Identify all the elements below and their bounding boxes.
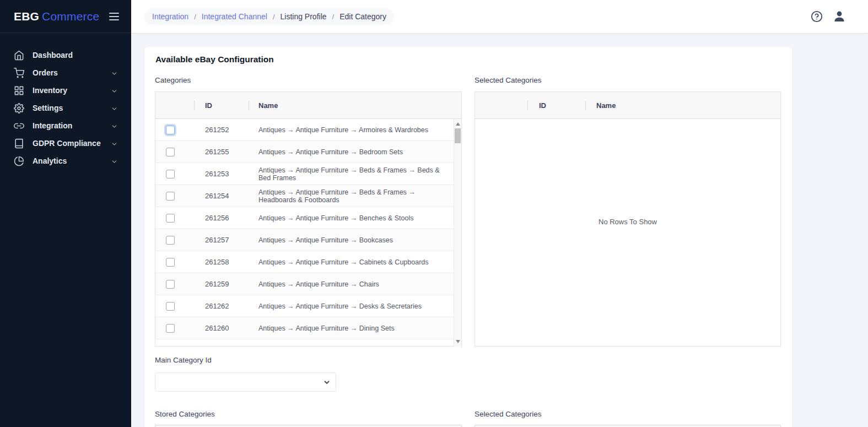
sidebar-item-orders[interactable]: Orders <box>0 64 131 82</box>
table-row[interactable]: 261257 Antiques → Antique Furniture → Bo… <box>155 229 454 251</box>
row-checkbox[interactable] <box>166 148 175 156</box>
row-checkbox-cell <box>155 126 194 134</box>
chevron-down-icon <box>111 140 118 147</box>
app-logo[interactable]: EBGCommerce <box>14 10 99 23</box>
topbar: Integration/Integrated Channel/Listing P… <box>131 0 868 33</box>
sidebar-item-inventory[interactable]: Inventory <box>0 82 131 99</box>
scroll-down-arrow-icon[interactable] <box>456 340 460 343</box>
table-row[interactable]: 261259 Antiques → Antique Furniture → Ch… <box>155 273 454 295</box>
row-checkbox-cell <box>155 302 194 311</box>
main-category-id-select[interactable] <box>155 372 336 392</box>
row-id: 261257 <box>194 236 249 244</box>
breadcrumb-separator: / <box>273 13 275 21</box>
sidebar-item-analytics[interactable]: Analytics <box>0 152 131 170</box>
ebay-configuration-card: Available eBay Configuration Categories … <box>144 47 792 427</box>
main-content: Available eBay Configuration Categories … <box>131 33 868 427</box>
header-name[interactable]: Name <box>585 92 780 118</box>
selected-table-header: ID Name <box>475 92 780 119</box>
breadcrumb-separator: / <box>332 13 335 21</box>
categories-table-header: ID Name <box>155 92 461 119</box>
row-name: Antiques → Antique Furniture → Desks & S… <box>249 302 454 310</box>
row-name: Antiques → Antique Furniture → Cabinets … <box>249 258 454 266</box>
selected-table-body: No Rows To Show <box>475 119 780 347</box>
breadcrumb-item-listing-profile: Listing Profile <box>281 12 327 21</box>
header-checkbox-column <box>475 92 527 118</box>
chevron-down-icon <box>111 87 118 94</box>
row-checkbox-cell <box>155 258 194 267</box>
row-id: 261260 <box>194 324 249 332</box>
row-checkbox[interactable] <box>166 324 175 333</box>
row-checkbox[interactable] <box>166 236 175 245</box>
sidebar-item-label: Analytics <box>33 156 111 165</box>
row-id: 261258 <box>194 258 249 266</box>
chevron-down-icon <box>111 122 118 129</box>
categories-table: ID Name 261252 Antiques → Antique Furnit… <box>155 91 462 347</box>
sidebar-item-label: Settings <box>33 104 111 112</box>
row-checkbox[interactable] <box>166 192 175 201</box>
rows-container: 261252 Antiques → Antique Furniture → Ar… <box>155 119 454 339</box>
row-name: Antiques → Antique Furniture → Benches &… <box>249 214 454 222</box>
row-name: Antiques → Antique Furniture → Chairs <box>249 280 454 288</box>
selected-categories-bottom-label: Selected Categories <box>475 410 542 418</box>
row-id: 261254 <box>194 192 249 200</box>
logo-row: EBGCommerce <box>0 0 131 33</box>
row-checkbox[interactable] <box>166 258 175 267</box>
row-id: 261256 <box>194 214 249 222</box>
help-icon[interactable] <box>811 10 823 23</box>
table-row[interactable]: 261253 Antiques → Antique Furniture → Be… <box>155 163 454 185</box>
row-name: Antiques → Antique Furniture → Bedroom S… <box>249 148 454 156</box>
sidebar-item-settings[interactable]: Settings <box>0 99 131 117</box>
sidebar-nav: Dashboard Orders Inventory Settings <box>0 33 131 170</box>
sidebar-item-gdpr-compliance[interactable]: GDPR Compliance <box>0 134 131 152</box>
table-row[interactable]: 261252 Antiques → Antique Furniture → Ar… <box>155 119 454 141</box>
page-title: Available eBay Configuration <box>155 55 274 64</box>
breadcrumb-item-integration[interactable]: Integration <box>152 12 188 21</box>
row-checkbox-cell <box>155 324 194 333</box>
row-checkbox[interactable] <box>166 170 175 179</box>
row-checkbox-cell <box>155 170 194 179</box>
table-row[interactable]: 261256 Antiques → Antique Furniture → Be… <box>155 207 454 229</box>
header-name[interactable]: Name <box>249 92 461 118</box>
selected-categories-table: ID Name No Rows To Show <box>475 91 781 347</box>
stored-categories-table <box>155 425 462 427</box>
row-id: 261259 <box>194 280 249 288</box>
scrollbar-thumb[interactable] <box>455 128 461 143</box>
menu-toggle-icon[interactable] <box>109 13 119 20</box>
main-category-id-label: Main Category Id <box>155 356 212 364</box>
table-row[interactable]: 261260 Antiques → Antique Furniture → Di… <box>155 317 454 339</box>
row-checkbox-cell <box>155 280 194 289</box>
selected-categories-bottom-table <box>475 425 781 427</box>
breadcrumb-item-integrated-channel[interactable]: Integrated Channel <box>202 12 267 21</box>
row-checkbox-cell <box>155 236 194 245</box>
vertical-scrollbar[interactable] <box>454 119 461 347</box>
table-row[interactable]: 261258 Antiques → Antique Furniture → Ca… <box>155 251 454 273</box>
scroll-up-arrow-icon[interactable] <box>456 122 460 126</box>
row-checkbox[interactable] <box>166 280 175 289</box>
row-checkbox-cell <box>155 214 194 223</box>
no-rows-message: No Rows To Show <box>475 119 780 325</box>
row-checkbox[interactable] <box>166 302 175 311</box>
home-icon <box>14 50 24 61</box>
logo-rest: Commerce <box>42 10 99 23</box>
breadcrumb: Integration/Integrated Channel/Listing P… <box>144 8 394 25</box>
user-icon[interactable] <box>833 10 846 23</box>
row-checkbox[interactable] <box>166 126 175 134</box>
table-row[interactable]: 261262 Antiques → Antique Furniture → De… <box>155 295 454 317</box>
table-row[interactable]: 261255 Antiques → Antique Furniture → Be… <box>155 141 454 163</box>
link-icon <box>14 121 24 131</box>
row-id: 261252 <box>194 126 249 134</box>
header-id[interactable]: ID <box>527 92 585 118</box>
sidebar-item-label: Inventory <box>33 86 111 95</box>
header-id[interactable]: ID <box>194 92 249 118</box>
row-checkbox[interactable] <box>166 214 175 223</box>
selected-categories-label: Selected Categories <box>475 76 542 84</box>
row-name: Antiques → Antique Furniture → Beds & Fr… <box>249 166 454 182</box>
gear-icon <box>14 103 24 113</box>
sidebar-item-dashboard[interactable]: Dashboard <box>0 46 131 64</box>
table-row[interactable]: 261254 Antiques → Antique Furniture → Be… <box>155 185 454 207</box>
header-checkbox-column <box>155 92 194 118</box>
sidebar-item-integration[interactable]: Integration <box>0 117 131 134</box>
grid-icon <box>14 85 24 96</box>
sidebar-item-label: GDPR Compliance <box>33 139 111 148</box>
row-checkbox-cell <box>155 148 194 156</box>
